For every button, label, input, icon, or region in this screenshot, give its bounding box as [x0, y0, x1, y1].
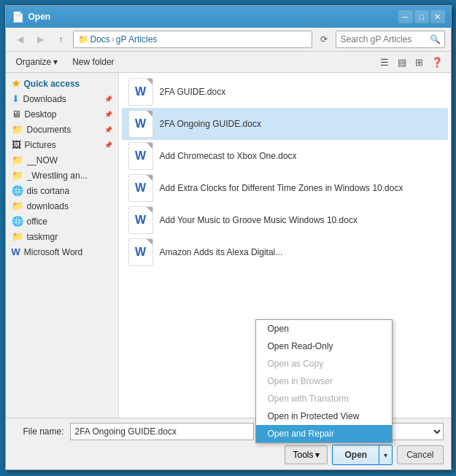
open-main-button[interactable]: Open: [333, 445, 379, 464]
sidebar-item-taskmgr[interactable]: 📁 taskmgr: [6, 229, 118, 244]
navigation-toolbar: ◀ ▶ ↑ 📁 Docs › gP Articles ⟳ 🔍: [6, 28, 451, 52]
sidebar-label-office: office: [27, 216, 47, 227]
file-name-3: Add Extra Clocks for Different Time Zone…: [160, 183, 403, 193]
breadcrumb-articles[interactable]: gP Articles: [116, 34, 157, 44]
word-icon-corner-2: [147, 143, 152, 149]
file-item-2[interactable]: Add Chromecast to Xbox One.docx: [122, 140, 448, 172]
sidebar-item-word[interactable]: W Microsoft Word: [6, 244, 118, 260]
dropdown-item-copy: Open as Copy: [256, 355, 392, 372]
organize-button[interactable]: Organize ▾: [12, 54, 63, 70]
view-details-button[interactable]: ▤: [394, 54, 410, 70]
sidebar-item-downloads[interactable]: ⬇ Downloads 📌: [6, 91, 118, 106]
file-icon-5: [128, 239, 154, 265]
sidebar-item-discortana[interactable]: 🌐 dis cortana: [6, 183, 118, 198]
sidebar-item-office[interactable]: 🌐 office: [6, 214, 118, 229]
file-icon-4: [128, 207, 154, 233]
quick-access-label: Quick access: [24, 79, 80, 89]
file-item-4[interactable]: Add Your Music to Groove Music Windows 1…: [122, 204, 448, 236]
sidebar-item-downloads2[interactable]: 📁 downloads: [6, 198, 118, 214]
quick-access-header: ★ Quick access: [6, 76, 118, 91]
breadcrumb-icon: 📁: [78, 34, 89, 44]
word-doc-icon-2: [128, 142, 153, 170]
file-item-3[interactable]: Add Extra Clocks for Different Time Zone…: [122, 172, 448, 204]
new-folder-label: New folder: [72, 57, 114, 67]
title-controls: ─ □ ✕: [398, 10, 445, 23]
dropdown-item-browser: Open in Browser: [256, 372, 392, 390]
tools-button[interactable]: Tools ▾: [285, 445, 328, 464]
dropdown-item-protected[interactable]: Open in Protected View: [256, 407, 392, 425]
file-item-0[interactable]: 2FA GUIDE.docx: [122, 76, 448, 108]
view-list-button[interactable]: ☰: [376, 54, 393, 70]
pin-icon-documents: 📌: [104, 126, 112, 133]
word-icon-corner-3: [147, 175, 152, 181]
filename-label: File name:: [13, 426, 64, 437]
actions-row: Tools ▾ Open ▾ Cancel Open Open Read-Onl…: [13, 445, 444, 465]
tools-arrow: ▾: [315, 450, 320, 460]
word-icon-corner-4: [147, 207, 152, 213]
office-icon: 🌐: [12, 216, 23, 227]
file-icon-2: [128, 143, 154, 169]
sidebar-label-documents: Documents: [27, 125, 72, 135]
file-icon-0: [128, 79, 154, 105]
word-icon-corner-0: [147, 79, 152, 85]
open-dialog: 📄 Open ─ □ ✕ ◀ ▶ ↑ 📁 Docs › gP Articles …: [5, 5, 452, 470]
file-name-4: Add Your Music to Groove Music Windows 1…: [160, 215, 358, 225]
second-toolbar: Organize ▾ New folder ☰ ▤ ⊞ ❓: [6, 52, 451, 73]
sidebar-label-downloads2: downloads: [27, 201, 69, 211]
back-button[interactable]: ◀: [12, 31, 29, 47]
search-wrapper: 🔍: [336, 31, 445, 48]
open-button-group: Open ▾: [332, 445, 393, 465]
title-bar: 📄 Open ─ □ ✕: [6, 6, 451, 28]
search-input[interactable]: [336, 31, 445, 48]
open-dropdown-menu: Open Open Read-Only Open as Copy Open in…: [255, 319, 393, 443]
open-dropdown-button[interactable]: ▾: [379, 445, 392, 464]
pictures-icon: 🖼: [12, 139, 21, 150]
file-name-2: Add Chromecast to Xbox One.docx: [160, 151, 297, 161]
dropdown-item-repair[interactable]: Open and Repair: [256, 425, 392, 442]
dropdown-item-transform: Open with Transform: [256, 390, 392, 407]
file-icon-3: [128, 175, 154, 201]
file-icon-1: [128, 111, 154, 137]
minimize-button[interactable]: ─: [398, 10, 413, 23]
pin-icon-downloads: 📌: [104, 95, 112, 103]
bottom-bar: File name: All Word Documents (*.docx;*.…: [6, 418, 451, 469]
view-buttons: ☰ ▤ ⊞ ❓: [376, 54, 445, 70]
view-icons-button[interactable]: ⊞: [411, 54, 428, 70]
cancel-button[interactable]: Cancel: [397, 445, 443, 464]
up-button[interactable]: ↑: [53, 31, 70, 47]
word-icon-corner-1: [147, 111, 152, 117]
file-item-5[interactable]: Amazon Adds its Alexa Digital...: [122, 236, 448, 268]
sidebar-item-now[interactable]: 📁 __NOW: [6, 152, 118, 168]
downloads-icon: ⬇: [12, 93, 20, 104]
sidebar-label-desktop: Desktop: [25, 109, 57, 120]
pin-icon-desktop: 📌: [104, 111, 112, 118]
sidebar-label-downloads: Downloads: [23, 94, 66, 104]
refresh-button[interactable]: ⟳: [315, 31, 333, 47]
dropdown-item-readonly[interactable]: Open Read-Only: [256, 338, 392, 355]
sidebar-item-pictures[interactable]: 🖼 Pictures 📌: [6, 137, 118, 152]
word-icon: W: [12, 246, 20, 257]
sidebar: ★ Quick access ⬇ Downloads 📌 🖥 Desktop 📌…: [6, 73, 119, 418]
maximize-button[interactable]: □: [414, 10, 429, 23]
dropdown-item-open[interactable]: Open: [256, 320, 392, 338]
breadcrumb-sep1: ›: [112, 34, 115, 44]
filename-input[interactable]: [70, 423, 254, 440]
file-name-5: Amazon Adds its Alexa Digital...: [160, 247, 283, 257]
word-doc-icon-4: [128, 206, 153, 234]
forward-button[interactable]: ▶: [32, 31, 50, 47]
organize-label: Organize: [16, 57, 52, 67]
breadcrumb-docs[interactable]: Docs: [90, 34, 110, 44]
sidebar-item-documents[interactable]: 📁 Documents 📌: [6, 122, 118, 137]
tools-label: Tools: [293, 450, 313, 460]
word-doc-icon-3: [128, 174, 153, 202]
sidebar-label-discortana: dis cortana: [27, 186, 70, 196]
file-item-1[interactable]: 2FA Ongoing GUIDE.docx: [122, 108, 448, 140]
taskmgr-icon: 📁: [12, 231, 23, 242]
sidebar-item-wrestling[interactable]: 📁 _Wrestling an...: [6, 168, 118, 183]
word-doc-icon-0: [128, 78, 153, 106]
close-button[interactable]: ✕: [430, 10, 445, 23]
title-bar-left: 📄 Open: [12, 11, 51, 23]
sidebar-item-desktop[interactable]: 🖥 Desktop 📌: [6, 106, 118, 122]
help-button[interactable]: ❓: [429, 54, 445, 70]
new-folder-button[interactable]: New folder: [68, 54, 118, 70]
